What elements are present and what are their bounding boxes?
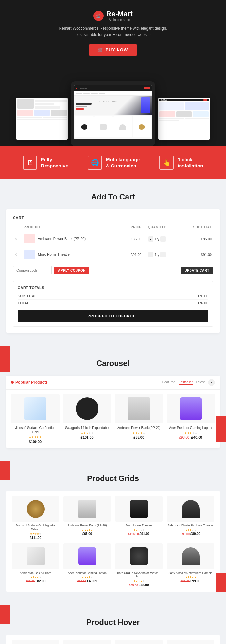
- hover-section: Product Hover Micosoft Surface Go Pentiu…: [0, 605, 226, 644]
- carousel-product-2: Swagpulls 14 Inch Expandable ★★★★★ £101.…: [63, 394, 112, 444]
- table-row: ✕ Ambrane Power Bank (PP-20) £85.00 - 1t…: [13, 231, 213, 247]
- total-row: TOTAL £176.00: [18, 300, 208, 306]
- product-name-2: Moro Home Theatre: [38, 252, 70, 256]
- grid-product-2: Ambrane Power Bank (PP-20) ★★★★★ £65.00: [63, 496, 111, 539]
- grid-price-1: £111.00: [12, 536, 59, 540]
- product-image-3: [128, 397, 150, 420]
- grid-product-7: Gate Unique New Analog Watch – For... ★★…: [115, 543, 163, 587]
- product-subtotal-1: £85.00: [179, 231, 213, 247]
- grid-product-6: Acer Predator Gaming Laptop ★★★★★ £89.00…: [63, 543, 111, 587]
- coupon-row: APPLY COUPON UPDATE CART: [13, 266, 213, 274]
- multilang-icon: 🌐: [88, 156, 102, 170]
- product-price-1: £85.00: [125, 231, 147, 247]
- grid-price-8: £96.00 £99.00: [167, 579, 214, 583]
- grid-img-6: [78, 547, 96, 565]
- hero-section: 🛒 Re-Mart All in one store Remart Woocom…: [0, 0, 226, 146]
- grid-product-1: Micosoft Surface Go Magnetis Tablo... ★★…: [12, 496, 59, 539]
- coupon-input[interactable]: [13, 266, 52, 274]
- hover-products-row: Micosoft Surface Go Pentium Gold ★★★★★ £…: [6, 635, 220, 644]
- cart-totals-title: CART TOTALS: [18, 286, 208, 290]
- qty-control-1[interactable]: - 1ty +: [148, 236, 166, 242]
- grid-product-5: Apple MacBook Air Core ★★★★★ £99.00 £82.…: [12, 543, 59, 587]
- grid-price-3: £116.00 £91.00: [115, 532, 163, 536]
- grid-img-3: [130, 500, 148, 518]
- price-c1: £100.00: [11, 440, 60, 444]
- stars-c2: ★★★★★: [63, 431, 112, 435]
- hover-product-1: Micosoft Surface Go Pentium Gold ★★★★★ £…: [12, 640, 59, 644]
- price-c4: £93.00 £40.00: [167, 435, 215, 439]
- red-bottom-right: [216, 573, 226, 592]
- product-thumb-1: [24, 234, 35, 243]
- product-image-1: [24, 397, 46, 420]
- hover-img-box-1: [12, 640, 59, 644]
- subtotal-label: SUBTOTAL: [18, 294, 36, 298]
- grid-img-1: [27, 500, 45, 518]
- tab-featured[interactable]: Featured: [162, 381, 175, 385]
- col-product: PRODUCT: [22, 223, 126, 231]
- grid-name-8: Sony Alpha M5 Mirrorless Camera: [167, 571, 214, 575]
- carousel-product-4: Acer Predator Gaming Laptop ★★★★★ £93.00…: [167, 394, 215, 444]
- hero-tagline: Remart Woocommerce Responsive theme with…: [6, 26, 220, 38]
- grid-stars-2: ★★★★★: [63, 529, 111, 531]
- col-remove: [13, 223, 22, 231]
- carousel-products-row: Micosoft Surface Go Pentium Gold ★★★★★ £…: [6, 390, 220, 448]
- tab-latest[interactable]: Latest: [196, 381, 205, 385]
- device-left: [16, 98, 68, 140]
- grid-stars-6: ★★★★★: [63, 576, 111, 579]
- grid-img-box-5: [12, 543, 59, 569]
- col-price: PRICE: [125, 223, 147, 231]
- product-image-box-2: [63, 394, 112, 423]
- update-cart-button[interactable]: UPDATE CART: [181, 267, 213, 274]
- grid-name-4: Zebronics Bluetooth Home Theatre: [167, 524, 214, 528]
- grid-stars-5: ★★★★★: [12, 576, 59, 579]
- buy-now-button[interactable]: 🛒 BUY NOW: [89, 44, 137, 56]
- popular-tabs[interactable]: Featured Bestseller Latest: [162, 381, 205, 385]
- grid-product-4: Zebronics Bluetooth Home Theatre ★★★★★ £…: [167, 496, 214, 539]
- feature-responsive: 🖥 FullyResponsive: [23, 156, 68, 170]
- carousel-product-3: Ambrane Power Bank (PP-20) ★★★★★ £85.00: [115, 394, 163, 444]
- grid-stars-4: ★★★★★: [167, 529, 214, 531]
- popular-header: Popular Products Featured Bestseller Lat…: [6, 376, 220, 390]
- grids-section: Product Grids Micosoft Surface Go Magnet…: [0, 461, 226, 605]
- tab-bestseller[interactable]: Bestseller: [179, 381, 193, 385]
- checkout-button[interactable]: PROCEED TO CHECKOUT: [18, 310, 208, 322]
- carousel-next-button[interactable]: ›: [208, 379, 215, 386]
- qty-plus-1[interactable]: +: [160, 236, 166, 242]
- hover-product-2: Micosoft Surface Go Magnetis Tablo... ★★…: [63, 640, 111, 644]
- hover-img-box-3: Add To Cart » ⊕ Quick View: [115, 640, 163, 644]
- grid-price-2: £65.00: [63, 532, 111, 536]
- qty-plus-2[interactable]: +: [160, 252, 166, 257]
- grid-price-4: £99.00 £89.00: [167, 532, 214, 536]
- cart-icon: 🛒: [98, 48, 104, 52]
- total-label: TOTAL: [18, 301, 29, 305]
- responsive-icon: 🖥: [23, 156, 37, 170]
- red-top-left: [0, 461, 10, 480]
- grid-img-box-6: [63, 543, 111, 569]
- qty-minus-1[interactable]: -: [148, 236, 153, 242]
- subtotal-value: £176.00: [195, 294, 208, 298]
- feature-oneclick-label: 1 clickinstallation: [178, 156, 203, 169]
- qty-val-2: 1ty: [155, 253, 159, 257]
- feature-oneclick: 👆 1 clickinstallation: [159, 156, 203, 170]
- product-image-box-3: [115, 394, 163, 423]
- device-center-tablet: Re-Mart New Collection 2020: [71, 81, 155, 146]
- features-bar: 🖥 FullyResponsive 🌐 Multi language& Curr…: [0, 146, 226, 179]
- grid-name-3: Marq Home Theatre: [115, 524, 163, 528]
- qty-control-2[interactable]: - 1ty +: [148, 252, 166, 257]
- carousel-tabs-nav: Featured Bestseller Latest ›: [162, 379, 215, 386]
- red-accent-right: [216, 416, 226, 442]
- grid-img-box-4: [167, 496, 214, 522]
- stars-c4: ★★★★★: [167, 431, 215, 435]
- product-image-4: [180, 397, 202, 420]
- cart-section-title: Add To Cart: [6, 192, 220, 201]
- product-name-c1: Micosoft Surface Go Pentium Gold: [11, 426, 60, 434]
- apply-coupon-button[interactable]: APPLY COUPON: [54, 267, 89, 274]
- product-image-box-1: [11, 394, 60, 423]
- stars-c1: ★★★★★: [11, 435, 60, 439]
- cart-label: CART: [13, 216, 213, 220]
- grid-img-box-1: [12, 496, 59, 522]
- qty-minus-2[interactable]: -: [148, 252, 153, 257]
- carousel-product-1: Micosoft Surface Go Pentium Gold ★★★★★ £…: [11, 394, 60, 444]
- qty-val-1: 1ty: [155, 237, 159, 241]
- cart-table: PRODUCT PRICE QUANTITY SUBTOTAL ✕ Ambran…: [13, 223, 213, 263]
